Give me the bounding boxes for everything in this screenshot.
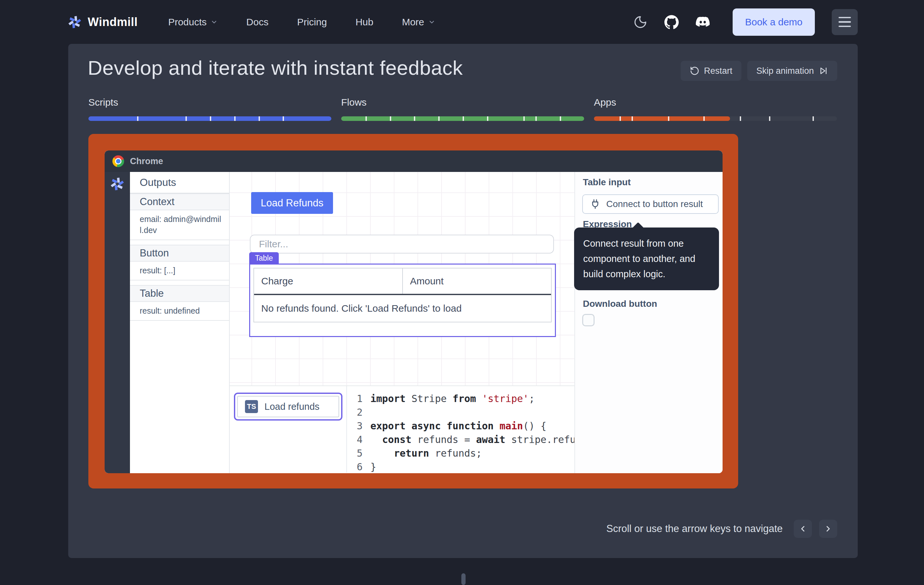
code-line: 3export async function main() { — [347, 419, 574, 433]
column-header-charge[interactable]: Charge — [254, 268, 403, 294]
table-input-label: Table input — [583, 177, 630, 188]
progress-fill — [594, 116, 730, 121]
nav-links: ProductsDocsPricingHubMore — [168, 17, 436, 28]
chrome-logo-icon — [112, 155, 124, 167]
demo-panel: Develop and iterate with instant feedbac… — [68, 44, 858, 558]
tab-label: Apps — [594, 97, 837, 108]
next-slide-button[interactable] — [819, 520, 837, 538]
app-canvas: Load Refunds Table Charge Amount No refu… — [230, 172, 574, 386]
nav-item-pricing[interactable]: Pricing — [297, 17, 327, 28]
restart-label: Restart — [704, 66, 732, 76]
bar-segment-divider — [259, 116, 260, 121]
nav-item-label: More — [402, 17, 424, 28]
nav-right: Book a demo — [633, 8, 858, 36]
bar-segment-divider — [185, 116, 187, 121]
previous-slide-button[interactable] — [794, 520, 812, 538]
code-line: 6} — [347, 460, 574, 473]
windmill-logo-icon — [68, 15, 82, 29]
carousel-navigation: Scroll or use the arrow keys to navigate — [606, 520, 837, 538]
menu-button[interactable] — [832, 9, 858, 35]
demo-tabs: ScriptsFlowsApps — [88, 97, 837, 121]
bar-segment-divider — [234, 116, 236, 121]
windmill-rail — [105, 172, 130, 473]
progress-bar — [594, 116, 837, 121]
runnable-load-refunds[interactable]: TS Load refunds — [234, 393, 342, 421]
connect-tooltip: Connect result from one component to ano… — [574, 228, 719, 290]
windmill-logo-icon — [110, 177, 125, 192]
chevron-down-icon — [211, 18, 218, 26]
typescript-badge: TS — [245, 400, 258, 413]
chevron-right-icon — [823, 524, 833, 533]
nav-item-docs[interactable]: Docs — [246, 17, 268, 28]
connect-button-label: Connect to button result — [606, 199, 703, 209]
bar-segment-divider — [414, 116, 415, 121]
component-inspector: Table input Connect to button result Exp… — [574, 172, 723, 473]
nav-item-label: Products — [168, 17, 206, 28]
bar-segment-divider — [283, 116, 284, 121]
restart-icon — [690, 66, 700, 76]
chrome-title: Chrome — [130, 156, 163, 166]
menu-line — [838, 26, 851, 27]
output-group-button[interactable]: Button — [130, 245, 229, 262]
bar-segment-divider — [390, 116, 391, 121]
load-refunds-button[interactable]: Load Refunds — [251, 192, 333, 214]
table-component[interactable]: Charge Amount No refunds found. Click 'L… — [249, 264, 556, 337]
connect-to-result-button[interactable]: Connect to button result — [582, 194, 719, 214]
nav-item-label: Hub — [355, 17, 373, 28]
menu-line — [838, 21, 851, 23]
brand[interactable]: Windmill — [68, 15, 138, 29]
chrome-titlebar: Chrome — [105, 150, 723, 172]
plug-icon — [590, 199, 601, 209]
restart-button[interactable]: Restart — [681, 61, 741, 81]
nav-item-label: Docs — [246, 17, 268, 28]
table-empty-row: No refunds found. Click 'Load Refunds' t… — [254, 295, 551, 322]
nav-item-products[interactable]: Products — [168, 17, 218, 28]
code-editor[interactable]: 1import Stripe from 'stripe';23export as… — [347, 386, 574, 473]
bar-segment-divider — [560, 116, 561, 121]
code-line: 5 return refunds; — [347, 446, 574, 460]
bar-segment-divider — [813, 116, 814, 121]
bar-segment-divider — [438, 116, 440, 121]
code-line: 2 — [347, 406, 574, 419]
menu-line — [838, 17, 851, 18]
navigation-hint: Scroll or use the arrow keys to navigate — [606, 523, 783, 535]
github-icon[interactable] — [664, 15, 679, 29]
bar-segment-divider — [769, 116, 771, 121]
nav-item-hub[interactable]: Hub — [355, 17, 373, 28]
demo-tab-apps[interactable]: Apps — [594, 97, 837, 121]
bar-segment-divider — [487, 116, 488, 121]
nav-item-more[interactable]: More — [402, 17, 435, 28]
outputs-title: Outputs — [130, 172, 229, 193]
demo-tab-flows[interactable]: Flows — [341, 97, 584, 121]
runnable-label: Load refunds — [264, 402, 319, 412]
dark-mode-moon-icon[interactable] — [633, 15, 647, 29]
chevron-left-icon — [798, 524, 807, 533]
chevron-down-icon — [428, 18, 436, 26]
demo-controls: Restart Skip animation — [681, 61, 837, 81]
output-group-context[interactable]: Context — [130, 193, 229, 210]
runnables-list: TS Load refunds — [230, 386, 347, 473]
top-nav: Windmill ProductsDocsPricingHubMore Book… — [0, 0, 924, 44]
table-component-tag: Table — [249, 252, 279, 264]
skip-label: Skip animation — [756, 66, 814, 76]
discord-icon[interactable] — [696, 15, 710, 29]
download-button-checkbox[interactable] — [582, 314, 594, 326]
code-line: 4 const refunds = await stripe.refunds — [347, 433, 574, 446]
scroll-indicator — [461, 573, 465, 585]
skip-animation-button[interactable]: Skip animation — [747, 61, 837, 81]
bar-segment-divider — [463, 116, 464, 121]
output-value: email: admin@windmill.dev — [130, 210, 229, 240]
filter-input[interactable] — [250, 235, 554, 253]
app-demo-stage: Chrome Outputs Contextemail: admin@windm… — [88, 134, 738, 489]
outputs-sidebar: Outputs Contextemail: admin@windmill.dev… — [130, 172, 230, 473]
bar-segment-divider — [703, 116, 705, 121]
brand-name: Windmill — [88, 15, 138, 29]
output-group-table[interactable]: Table — [130, 285, 229, 302]
page-title: Develop and iterate with instant feedbac… — [88, 56, 463, 79]
book-demo-button[interactable]: Book a demo — [733, 8, 815, 36]
demo-tab-scripts[interactable]: Scripts — [88, 97, 332, 121]
chrome-window: Chrome Outputs Contextemail: admin@windm… — [105, 150, 723, 473]
bar-segment-divider — [523, 116, 525, 121]
skip-forward-icon — [818, 66, 828, 76]
column-header-amount[interactable]: Amount — [403, 268, 444, 294]
